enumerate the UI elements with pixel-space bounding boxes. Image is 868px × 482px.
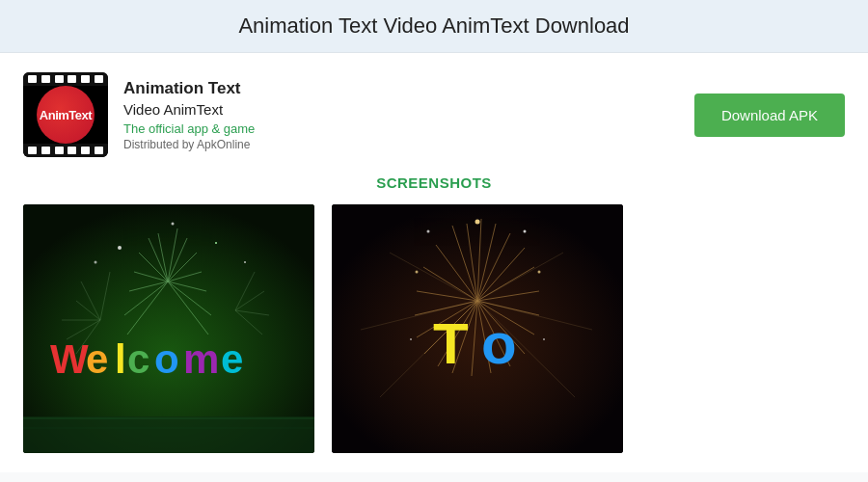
screenshots-section: SCREENSHOTS bbox=[23, 174, 845, 453]
download-apk-button[interactable]: Download APK bbox=[694, 94, 845, 137]
svg-point-76 bbox=[538, 271, 541, 274]
app-icon: AnimText bbox=[23, 72, 108, 157]
svg-point-74 bbox=[524, 230, 527, 233]
icon-text: AnimText bbox=[40, 108, 92, 122]
app-icon-inner: AnimText bbox=[37, 86, 95, 144]
app-details: Animation Text Video AnimText The offici… bbox=[123, 78, 679, 151]
svg-point-73 bbox=[475, 220, 480, 225]
film-hole bbox=[95, 147, 103, 154]
app-title-line2: Video AnimText bbox=[123, 99, 679, 120]
svg-text:W: W bbox=[50, 336, 89, 382]
svg-point-79 bbox=[410, 338, 412, 340]
svg-point-40 bbox=[244, 261, 246, 263]
app-info-row: AnimText Animation Text Video AnimText T… bbox=[23, 72, 845, 157]
film-hole bbox=[28, 75, 37, 83]
main-content: AnimText Animation Text Video AnimText T… bbox=[0, 53, 868, 472]
svg-text:T: T bbox=[433, 311, 469, 376]
film-hole bbox=[28, 147, 37, 154]
svg-point-77 bbox=[416, 271, 419, 274]
app-title-line1: Animation Text bbox=[123, 78, 679, 99]
screenshots-row: W e l c o m e bbox=[23, 204, 845, 453]
page-header: Animation Text Video AnimText Download bbox=[0, 0, 868, 53]
film-hole bbox=[41, 147, 50, 154]
svg-point-36 bbox=[118, 246, 122, 250]
film-hole bbox=[55, 75, 64, 83]
svg-text:m: m bbox=[183, 336, 219, 382]
svg-point-38 bbox=[215, 242, 217, 244]
svg-point-37 bbox=[172, 223, 175, 226]
screenshots-label: SCREENSHOTS bbox=[23, 174, 845, 191]
svg-point-75 bbox=[427, 230, 430, 233]
svg-text:o: o bbox=[154, 336, 179, 382]
page-title: Animation Text Video AnimText Download bbox=[19, 13, 849, 39]
film-strip-bottom bbox=[23, 144, 108, 157]
svg-rect-1 bbox=[23, 204, 314, 453]
svg-rect-33 bbox=[23, 416, 314, 453]
film-hole bbox=[55, 147, 64, 154]
film-strip-top bbox=[23, 72, 108, 86]
svg-text:e: e bbox=[86, 336, 108, 382]
svg-text:l: l bbox=[115, 336, 126, 382]
svg-text:e: e bbox=[221, 336, 243, 382]
svg-text:c: c bbox=[127, 336, 149, 382]
app-distributed-label: Distributed by ApkOnline bbox=[123, 138, 679, 151]
film-hole bbox=[68, 75, 76, 83]
film-hole bbox=[95, 75, 103, 83]
screenshot-2: T o bbox=[332, 204, 623, 453]
svg-text:o: o bbox=[481, 311, 517, 376]
film-hole bbox=[81, 75, 90, 83]
svg-rect-42 bbox=[332, 204, 623, 453]
svg-point-78 bbox=[543, 338, 545, 340]
film-hole bbox=[41, 75, 50, 83]
app-official-label: The official app & game bbox=[123, 121, 679, 136]
screenshot-1: W e l c o m e bbox=[23, 204, 314, 453]
svg-point-39 bbox=[95, 261, 97, 264]
film-hole bbox=[81, 147, 90, 154]
film-hole bbox=[68, 147, 76, 154]
